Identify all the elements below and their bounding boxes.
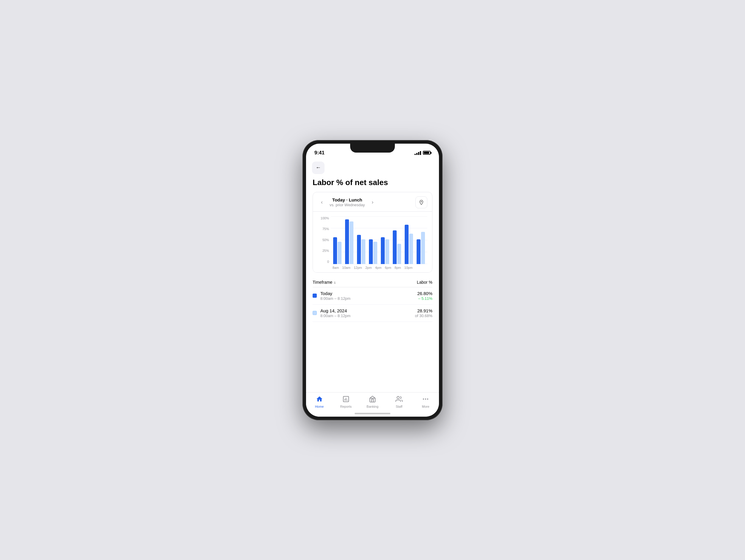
x-axis: 8am 10am 12pm 2pm 4pm 6pm 8pm 10pm <box>318 264 427 270</box>
bar-group <box>405 225 413 264</box>
screen-content: ← Labor % of net sales ‹ Today · Lunch v… <box>306 159 439 417</box>
y-label-0: 0 <box>318 260 329 263</box>
banking-icon <box>369 395 376 404</box>
bar-prior <box>385 239 389 264</box>
back-button[interactable]: ← <box>312 162 325 174</box>
bar-prior <box>374 242 377 264</box>
status-time: 9:41 <box>314 150 325 156</box>
x-label-8am: 8am <box>332 266 339 269</box>
staff-svg <box>395 395 402 403</box>
bar-today <box>417 239 420 264</box>
bar-today <box>381 237 385 264</box>
bar-prior <box>350 222 353 264</box>
bar-today <box>393 230 397 264</box>
row-values-aug14: 28.91% of 30.68% <box>415 308 432 318</box>
row-color-aug14 <box>313 311 317 315</box>
x-label-12pm: 12pm <box>354 266 362 269</box>
x-label-2pm: 2pm <box>365 266 371 269</box>
home-svg <box>316 395 323 403</box>
bar-group <box>381 237 389 264</box>
x-label-8pm: 8pm <box>394 266 401 269</box>
bar-prior <box>361 239 365 264</box>
row-subtitle-aug14: 8:00am – 8:12pm <box>320 314 415 318</box>
row-main-value-aug14: 28.91% <box>415 308 432 313</box>
y-label-50: 50% <box>318 238 329 242</box>
bar-today <box>345 219 349 264</box>
svg-point-0 <box>421 201 422 202</box>
svg-point-4 <box>423 398 424 400</box>
bars-area <box>331 217 427 264</box>
tab-home[interactable]: Home <box>311 395 328 408</box>
chart-prev-button[interactable]: ‹ <box>318 198 326 206</box>
back-btn-row: ← <box>306 159 439 175</box>
svg-point-3 <box>397 396 399 399</box>
home-icon <box>316 395 323 404</box>
sort-icon: ↓ <box>334 280 336 284</box>
bar-chart: 100% 75% 50% 25% 0 <box>318 217 427 264</box>
reports-icon <box>343 395 350 404</box>
staff-icon <box>395 395 402 404</box>
chart-card: ‹ Today · Lunch vs. prior Wednesday › <box>313 192 432 273</box>
y-axis: 100% 75% 50% 25% 0 <box>318 217 329 264</box>
tab-more[interactable]: More <box>417 395 434 408</box>
tab-staff-label: Staff <box>396 405 402 408</box>
row-main-value-today: 26.80% <box>417 291 432 296</box>
bar-group <box>393 230 401 264</box>
banking-svg <box>369 395 376 403</box>
chart-period-main: Today · Lunch <box>330 197 365 202</box>
row-info-aug14: Aug 14, 2024 8:00am – 8:12pm <box>320 308 415 318</box>
table-header-timeframe[interactable]: Timeframe ↓ <box>313 280 336 285</box>
tab-more-label: More <box>422 405 429 408</box>
bar-group <box>369 239 377 264</box>
bar-prior <box>337 242 342 264</box>
table-row: Today 8:00am – 8:12pm 26.80% – 5.11% <box>313 287 432 305</box>
tab-banking-label: Banking <box>366 405 379 408</box>
chart-header: ‹ Today · Lunch vs. prior Wednesday › <box>313 192 432 211</box>
row-title-today: Today <box>320 291 417 296</box>
bars-row <box>331 217 427 264</box>
back-arrow-icon: ← <box>316 165 321 171</box>
bar-group <box>333 237 342 264</box>
tab-banking[interactable]: Banking <box>363 395 382 408</box>
phone-screen: 9:41 ← <box>306 144 439 417</box>
table-row: Aug 14, 2024 8:00am – 8:12pm 28.91% of 3… <box>313 305 432 322</box>
svg-point-6 <box>427 398 428 400</box>
bar-group <box>417 232 425 264</box>
phone-frame: 9:41 ← <box>302 140 443 420</box>
table-header: Timeframe ↓ Labor % <box>313 277 432 287</box>
row-color-today <box>313 294 317 298</box>
bar-today <box>405 225 409 264</box>
row-title-aug14: Aug 14, 2024 <box>320 308 415 313</box>
bar-prior <box>409 234 413 264</box>
more-icon <box>422 395 429 404</box>
y-label-100: 100% <box>318 217 329 220</box>
row-values-today: 26.80% – 5.11% <box>417 291 432 301</box>
x-label-10am: 10am <box>342 266 351 269</box>
page-title: Labor % of net sales <box>306 175 439 192</box>
tab-reports-label: Reports <box>340 405 352 408</box>
table-header-labor: Labor % <box>417 280 432 285</box>
tab-staff[interactable]: Staff <box>390 395 408 408</box>
notch <box>350 144 395 153</box>
more-svg <box>422 395 429 403</box>
row-subtitle-today: 8:00am – 8:12pm <box>320 296 417 301</box>
pin-icon <box>419 200 424 205</box>
bar-chart-container: 100% 75% 50% 25% 0 <box>313 211 432 272</box>
pin-button[interactable] <box>415 196 427 208</box>
bar-today <box>333 237 337 264</box>
chart-period-sub: vs. prior Wednesday <box>330 203 365 207</box>
tab-reports[interactable]: Reports <box>337 395 355 408</box>
x-label-10pm: 10pm <box>404 266 413 269</box>
y-label-25: 25% <box>318 249 329 253</box>
bar-group <box>345 219 353 264</box>
svg-point-5 <box>425 398 426 400</box>
home-indicator <box>355 413 390 414</box>
y-label-75: 75% <box>318 227 329 231</box>
row-sub-value-today: – 5.11% <box>417 296 432 301</box>
row-info-today: Today 8:00am – 8:12pm <box>320 291 417 301</box>
chart-nav: ‹ Today · Lunch vs. prior Wednesday › <box>318 197 377 207</box>
bar-prior <box>397 244 401 264</box>
chart-next-button[interactable]: › <box>368 198 377 206</box>
status-icons <box>415 151 431 155</box>
bar-today <box>369 239 373 264</box>
